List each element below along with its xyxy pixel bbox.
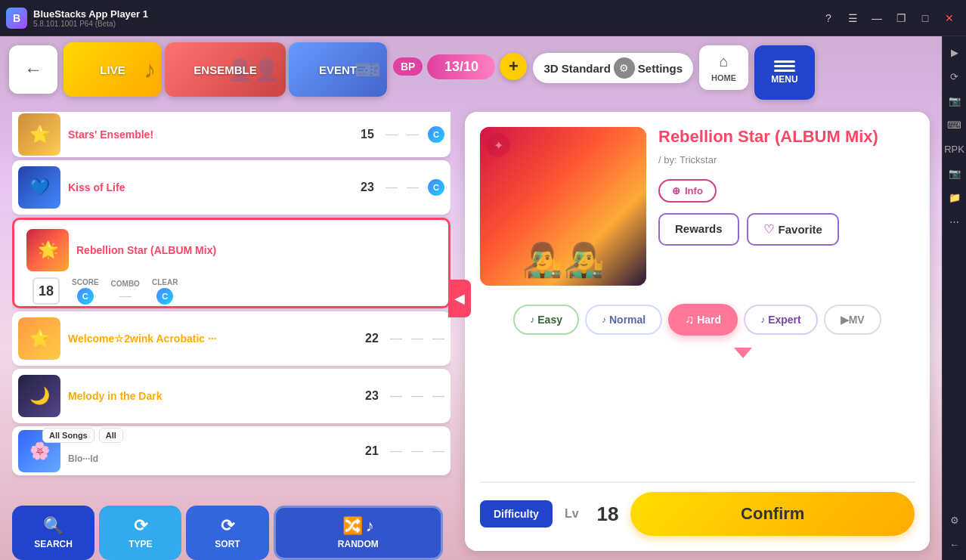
song-thumb-2wink: ⭐	[18, 317, 60, 360]
diff-tab-easy[interactable]: ♪ Easy	[513, 305, 579, 335]
gear-icon: ⚙	[614, 57, 635, 79]
bottom-bar: 🔍 SEARCH ⟳ TYPE ⟳ SORT 🔀 ♪ RANDOM	[12, 500, 443, 560]
maximize-button[interactable]: □	[915, 8, 936, 29]
rewards-button[interactable]: Rewards	[658, 213, 739, 246]
song-item-bloom[interactable]: All Songs All 🌸 Blo···ld 21 — — —	[12, 426, 450, 475]
diff-tab-mv[interactable]: ▶MV	[824, 305, 881, 335]
favorite-button[interactable]: ♡ Favorite	[747, 213, 839, 246]
hamburger-button[interactable]: ☰	[842, 8, 863, 29]
song-item-kiss-of-life[interactable]: 💙 Kiss of Life 23 — — C	[12, 160, 450, 215]
sidebar-icon-3[interactable]: 📷	[945, 91, 964, 110]
heart-icon: ♡	[763, 222, 774, 237]
rebellion-star-row1: 🌟 Rebellion Star (ALBUM Mix)	[26, 229, 436, 271]
clear-c-icon-kol: C	[428, 179, 444, 196]
tab-ensemble-label: ENSEMBLE	[194, 63, 256, 76]
song-item-melody-dark[interactable]: 🌙 Melody in the Dark 23 — — —	[12, 369, 450, 423]
app-version: 5.8.101.1001 P64 (Beta)	[33, 20, 812, 28]
song-thumb-melody: 🌙	[18, 375, 60, 417]
random-label: RANDOM	[338, 539, 379, 549]
right-sidebar: ▶ ⟳ 📷 ⌨ RPK 📷 📁 ⋯ ⚙ ←	[942, 36, 966, 560]
menu-line-1	[774, 60, 795, 63]
filter-all-songs[interactable]: All Songs	[42, 428, 94, 443]
menu-label: MENU	[771, 74, 797, 85]
song-stats-melody: — — —	[390, 389, 444, 403]
app-icon: B	[6, 8, 27, 29]
info-button[interactable]: ⊕ Info	[658, 179, 717, 203]
search-icon: 🔍	[43, 516, 63, 536]
back-arrow-icon: ←	[24, 59, 42, 80]
help-button[interactable]: ?	[818, 8, 839, 29]
filter-category[interactable]: All	[99, 428, 123, 443]
confirm-section: Difficulty Lv 18 Confirm	[480, 481, 915, 536]
sort-button[interactable]: ⟳ SORT	[186, 506, 268, 560]
sidebar-icon-1[interactable]: ▶	[945, 42, 964, 62]
hard-label: Hard	[697, 314, 721, 326]
confirm-button[interactable]: Confirm	[630, 492, 915, 536]
song-title-kiss-of-life: Kiss of Life	[68, 181, 349, 193]
back-button[interactable]: ←	[9, 45, 57, 94]
tab-live[interactable]: ♪ LIVE	[63, 42, 162, 97]
minimize-button[interactable]: —	[866, 8, 887, 29]
song-stats-bloom: — — —	[390, 444, 444, 458]
sidebar-icon-6[interactable]: 📷	[945, 163, 964, 183]
type-label: TYPE	[128, 539, 152, 549]
mode-text: 3D Standard	[543, 62, 610, 75]
sidebar-icon-2[interactable]: ⟳	[945, 67, 964, 86]
diff-tab-normal[interactable]: ♪ Normal	[585, 305, 662, 335]
sidebar-icon-7[interactable]: 📁	[945, 187, 964, 207]
bp-label: BP	[393, 57, 423, 76]
song-title-bloom: Blo···ld	[68, 453, 354, 464]
sidebar-icon-5[interactable]: RPK	[945, 139, 964, 159]
diff-tab-expert[interactable]: ♪ Expert	[744, 305, 818, 335]
song-item-rebellion-star[interactable]: 🌟 Rebellion Star (ALBUM Mix) 18 SCORE C …	[12, 218, 450, 308]
sidebar-icon-back[interactable]: ←	[945, 534, 964, 554]
top-nav: ← ♪ LIVE 👤👤 ENSEMBLE 🎫 EVENT BP 13/10 + …	[0, 36, 942, 142]
clear-stat: CLEAR C	[152, 278, 178, 305]
combo-stat: COMBO —	[111, 280, 140, 303]
sort-icon: ⟳	[221, 516, 234, 536]
title-bar: B BlueStacks App Player 1 5.8.101.1001 P…	[0, 0, 966, 36]
close-button[interactable]: ✕	[939, 8, 960, 29]
lv-label: Lv	[565, 507, 579, 521]
app-name: BlueStacks App Player 1	[33, 8, 812, 20]
diff-triangle-offset	[734, 348, 752, 358]
sidebar-icon-settings[interactable]: ⚙	[945, 510, 964, 530]
easy-note-icon: ♪	[530, 314, 534, 325]
song-level-melody: 23	[361, 389, 382, 403]
panel-divider: ◀	[448, 280, 471, 317]
song-level-bloom: 21	[361, 444, 382, 458]
detail-artist: / by: Trickstar	[658, 154, 915, 166]
song-thumb-rebellion: 🌟	[26, 229, 69, 271]
sidebar-icon-4[interactable]: ⌨	[945, 115, 964, 135]
difficulty-badge: Difficulty	[480, 500, 553, 528]
hard-note-icon: ♫	[685, 313, 694, 326]
rewards-label: Rewards	[675, 222, 723, 235]
home-label: HOME	[711, 73, 736, 82]
menu-button[interactable]: MENU	[754, 45, 815, 100]
home-button[interactable]: ⌂ HOME	[699, 45, 748, 90]
song-level-2wink: 22	[361, 332, 382, 345]
restore-button[interactable]: ❐	[890, 8, 912, 29]
song-album-art: ✦ 👨‍🎤👨‍🎤	[480, 127, 646, 286]
score-label: SCORE	[72, 278, 99, 286]
mode-section[interactable]: 3D Standard ⚙ Settings	[533, 53, 693, 83]
song-stats-2wink: — — —	[390, 332, 444, 345]
bp-plus-button[interactable]: +	[500, 53, 527, 80]
song-title-2wink: Welcome☆2wink Acrobatic ···	[68, 333, 354, 345]
tab-event[interactable]: 🎫 EVENT	[289, 42, 387, 97]
combo-dash-rb: —	[119, 289, 132, 303]
nav-tabs: ♪ LIVE 👤👤 ENSEMBLE 🎫 EVENT	[63, 42, 387, 97]
type-button[interactable]: ⟳ TYPE	[99, 506, 181, 560]
song-thumb-kiss-of-life: 💙	[18, 166, 60, 209]
sidebar-icon-8[interactable]: ⋯	[945, 212, 964, 231]
window-controls: ? ☰ — ❐ □ ✕	[818, 8, 960, 29]
random-icon-2: ♪	[366, 516, 374, 536]
tab-ensemble[interactable]: 👤👤 ENSEMBLE	[165, 42, 286, 97]
song-item-welcome-2wink[interactable]: ⭐ Welcome☆2wink Acrobatic ··· 22 — — —	[12, 311, 450, 366]
search-button[interactable]: 🔍 SEARCH	[12, 506, 94, 560]
diff-tab-hard[interactable]: ♫ Hard	[668, 304, 738, 336]
normal-note-icon: ♪	[602, 314, 606, 325]
random-button[interactable]: 🔀 ♪ RANDOM	[274, 506, 443, 560]
score-stat: SCORE C	[72, 278, 99, 305]
normal-label: Normal	[609, 314, 646, 326]
